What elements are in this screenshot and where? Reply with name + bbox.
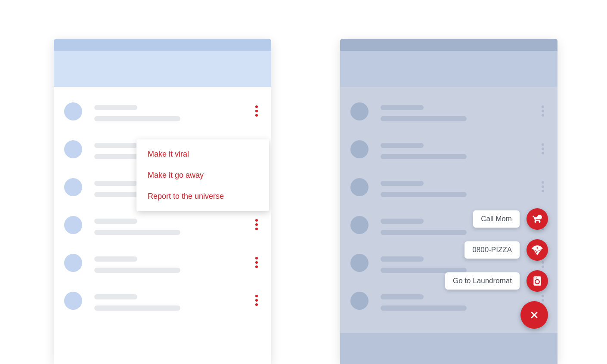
fab-main-wrapper — [520, 301, 548, 329]
fab-speed-dial: Call Mom 0800-PIZZA — [445, 208, 548, 329]
skeleton-line — [381, 256, 424, 262]
fab-action: 0800-PIZZA — [465, 239, 548, 261]
text-block — [381, 178, 547, 197]
menu-item-report[interactable]: Report to the universe — [136, 186, 269, 207]
app-bar — [54, 51, 271, 87]
skeleton-line — [94, 116, 180, 121]
avatar — [350, 254, 369, 272]
fab-action-button-laundromat[interactable] — [526, 270, 548, 292]
avatar — [350, 102, 369, 120]
avatar — [64, 102, 82, 120]
skeleton-line — [381, 143, 424, 148]
skeleton-line — [381, 294, 424, 299]
overflow-menu-button[interactable] — [252, 216, 261, 233]
text-block — [94, 254, 261, 273]
status-bar — [54, 39, 271, 51]
skeleton-line — [94, 268, 180, 273]
skeleton-line — [94, 143, 137, 148]
overflow-menu-popover: Make it viral Make it go away Report to … — [136, 139, 269, 211]
list-content: Make it viral Make it go away Report to … — [54, 87, 271, 333]
list-item[interactable] — [350, 96, 547, 134]
list-item[interactable] — [64, 286, 261, 324]
app-bar — [340, 51, 557, 87]
text-block — [94, 292, 261, 311]
overflow-menu-button[interactable] — [539, 178, 547, 195]
status-bar — [340, 39, 557, 51]
skeleton-line — [381, 219, 424, 224]
avatar — [64, 254, 82, 272]
washer-icon — [532, 275, 543, 287]
fab-action-label: 0800-PIZZA — [465, 241, 520, 259]
skeleton-line — [94, 181, 137, 186]
overflow-menu-button[interactable] — [252, 102, 261, 120]
skeleton-line — [94, 230, 180, 235]
list-item[interactable] — [350, 172, 547, 210]
skeleton-line — [381, 116, 467, 121]
avatar — [64, 292, 82, 310]
text-block — [381, 140, 547, 159]
fab-action-label: Call Mom — [473, 210, 520, 228]
avatar — [350, 216, 369, 234]
skeleton-line — [381, 154, 467, 159]
skeleton-line — [94, 105, 137, 110]
skeleton-line — [94, 294, 137, 299]
text-block — [381, 102, 547, 121]
fab-action-button-call-mom[interactable] — [526, 208, 548, 230]
skeleton-line — [381, 181, 424, 186]
list-item[interactable] — [64, 96, 261, 134]
close-icon — [529, 310, 539, 320]
device-left: Make it viral Make it go away Report to … — [54, 39, 271, 364]
skeleton-line — [381, 192, 467, 197]
device-right: Call Mom 0800-PIZZA — [340, 39, 557, 364]
fab-action: Go to Laundromat — [445, 270, 548, 292]
list-item[interactable] — [350, 134, 547, 172]
overflow-menu-button[interactable] — [539, 102, 547, 120]
text-block — [94, 102, 261, 121]
avatar — [350, 292, 369, 310]
avatar — [64, 178, 82, 196]
list-item[interactable] — [64, 210, 261, 248]
overflow-menu-button[interactable] — [252, 254, 261, 271]
skeleton-line — [94, 305, 180, 311]
fab-close-button[interactable] — [520, 301, 548, 329]
skeleton-line — [94, 256, 137, 262]
avatar — [350, 178, 369, 196]
fab-action-button-pizza[interactable] — [526, 239, 548, 261]
list-item[interactable] — [64, 248, 261, 286]
avatar — [64, 140, 82, 158]
menu-item-make-viral[interactable]: Make it viral — [136, 144, 269, 165]
text-block — [94, 216, 261, 235]
menu-item-go-away[interactable]: Make it go away — [136, 165, 269, 186]
overflow-menu-button[interactable] — [252, 292, 261, 309]
skeleton-line — [381, 105, 424, 110]
skeleton-line — [94, 219, 137, 224]
avatar — [350, 140, 369, 158]
fab-action: Call Mom — [473, 208, 548, 230]
list-content-scrim: Call Mom 0800-PIZZA — [340, 87, 557, 333]
fab-action-label: Go to Laundromat — [445, 272, 520, 290]
avatar — [64, 216, 82, 234]
stroller-icon — [532, 213, 543, 225]
pizza-icon — [532, 244, 543, 256]
overflow-menu-button[interactable] — [539, 140, 547, 157]
